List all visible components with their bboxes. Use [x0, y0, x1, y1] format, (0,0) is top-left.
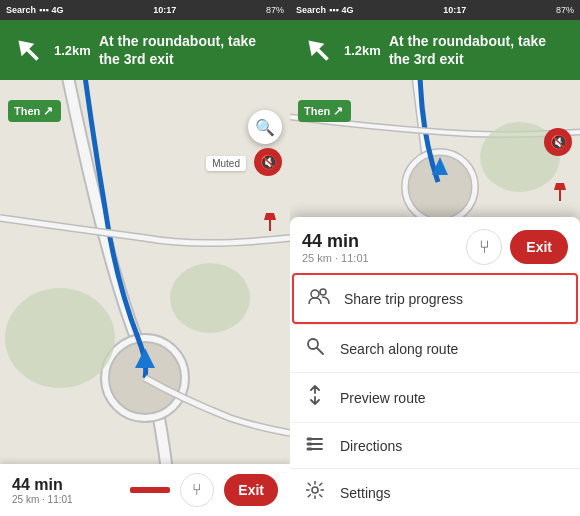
left-trip-time: 44 min — [12, 476, 120, 494]
sheet-time-info: 44 min 25 km · 11:01 — [302, 231, 458, 264]
left-trip-details: 25 km · 11:01 — [12, 494, 120, 505]
left-mute-button[interactable]: 🔇 — [254, 148, 282, 176]
search-route-menu-item[interactable]: Search along route — [290, 324, 580, 372]
left-nav-instruction: At the roundabout, take the 3rd exit — [99, 32, 280, 68]
right-then-button[interactable]: Then ↗ — [298, 100, 351, 122]
sheet-fork-icon: ⑂ — [479, 237, 490, 258]
right-network: 4G — [342, 5, 354, 15]
bottom-sheet: 44 min 25 km · 11:01 ⑂ Exit Share trip p… — [290, 217, 580, 516]
left-search-button[interactable]: 🔍 — [248, 110, 282, 144]
sheet-header: 44 min 25 km · 11:01 ⑂ Exit — [290, 217, 580, 273]
right-app-name: Search — [296, 5, 326, 15]
left-then-arrow-icon: ↗ — [43, 104, 53, 118]
sheet-exit-label: Exit — [526, 239, 552, 255]
left-battery: 87% — [266, 5, 284, 15]
svg-point-12 — [320, 289, 326, 295]
share-trip-label: Share trip progress — [344, 291, 463, 307]
left-trip-info: 44 min 25 km · 11:01 — [12, 476, 120, 505]
left-network: 4G — [52, 5, 64, 15]
search-route-icon — [304, 337, 326, 360]
left-signal: ▪▪▪ — [39, 5, 49, 15]
directions-icon — [304, 435, 326, 456]
svg-point-5 — [170, 263, 250, 333]
directions-label: Directions — [340, 438, 402, 454]
share-trip-icon — [308, 287, 330, 310]
left-red-bar — [130, 487, 170, 493]
left-bottom-bar: 44 min 25 km · 11:01 ⑂ Exit — [0, 464, 290, 516]
sheet-exit-button[interactable]: Exit — [510, 230, 568, 264]
right-status-right: 87% — [556, 5, 574, 15]
right-signal: ▪▪▪ — [329, 5, 339, 15]
sheet-fork-button[interactable]: ⑂ — [466, 229, 502, 265]
svg-point-11 — [311, 290, 319, 298]
left-map[interactable]: Then ↗ 🔍 Muted 🔇 — [0, 20, 290, 516]
svg-line-14 — [317, 348, 323, 354]
left-search-icon: 🔍 — [255, 118, 275, 137]
left-status-right: 87% — [266, 5, 284, 15]
left-exit-button[interactable]: Exit — [224, 474, 278, 506]
left-fork-button[interactable]: ⑂ — [180, 473, 214, 507]
preview-route-label: Preview route — [340, 390, 426, 406]
left-cursor-icon — [262, 212, 278, 232]
right-battery: 87% — [556, 5, 574, 15]
directions-menu-item[interactable]: Directions — [290, 422, 580, 468]
settings-icon — [304, 481, 326, 504]
right-panel: Search ▪▪▪ 4G 10:17 87% 1.2km At the rou… — [290, 0, 580, 516]
right-cursor-icon — [552, 182, 568, 202]
svg-point-21 — [312, 487, 318, 493]
left-nav-distance: 1.2km — [54, 43, 91, 58]
settings-label: Settings — [340, 485, 391, 501]
left-exit-label: Exit — [238, 482, 264, 498]
right-status-left: Search ▪▪▪ 4G — [296, 5, 354, 15]
right-then-arrow-icon: ↗ — [333, 104, 343, 118]
right-nav-header: 1.2km At the roundabout, take the 3rd ex… — [290, 20, 580, 80]
left-map-svg — [0, 20, 290, 516]
left-status-left: Search ▪▪▪ 4G — [6, 5, 64, 15]
left-fork-icon: ⑂ — [192, 481, 202, 499]
left-then-label: Then — [14, 105, 40, 117]
settings-menu-item[interactable]: Settings — [290, 468, 580, 516]
right-then-label: Then — [304, 105, 330, 117]
right-time: 10:17 — [443, 5, 466, 15]
left-muted-label: Muted — [206, 156, 246, 171]
preview-route-menu-item[interactable]: Preview route — [290, 372, 580, 422]
sheet-trip-details: 25 km · 11:01 — [302, 252, 458, 264]
left-panel: Search ▪▪▪ 4G 10:17 87% 1.2km At the rou… — [0, 0, 290, 516]
left-direction-arrow-icon — [10, 32, 46, 68]
right-mute-icon: 🔇 — [550, 134, 567, 150]
right-nav-distance: 1.2km — [344, 43, 381, 58]
left-status-bar: Search ▪▪▪ 4G 10:17 87% — [0, 0, 290, 20]
left-mute-icon: 🔇 — [260, 154, 277, 170]
search-route-label: Search along route — [340, 341, 458, 357]
sheet-trip-time: 44 min — [302, 231, 458, 252]
left-time: 10:17 — [153, 5, 176, 15]
left-nav-header: 1.2km At the roundabout, take the 3rd ex… — [0, 20, 290, 80]
svg-point-4 — [5, 288, 115, 388]
right-nav-instruction: At the roundabout, take the 3rd exit — [389, 32, 570, 68]
right-direction-arrow-icon — [300, 32, 336, 68]
share-trip-menu-item[interactable]: Share trip progress — [292, 273, 578, 324]
left-app-name: Search — [6, 5, 36, 15]
right-mute-button[interactable]: 🔇 — [544, 128, 572, 156]
preview-route-icon — [304, 385, 326, 410]
right-status-bar: Search ▪▪▪ 4G 10:17 87% — [290, 0, 580, 20]
left-then-button[interactable]: Then ↗ — [8, 100, 61, 122]
